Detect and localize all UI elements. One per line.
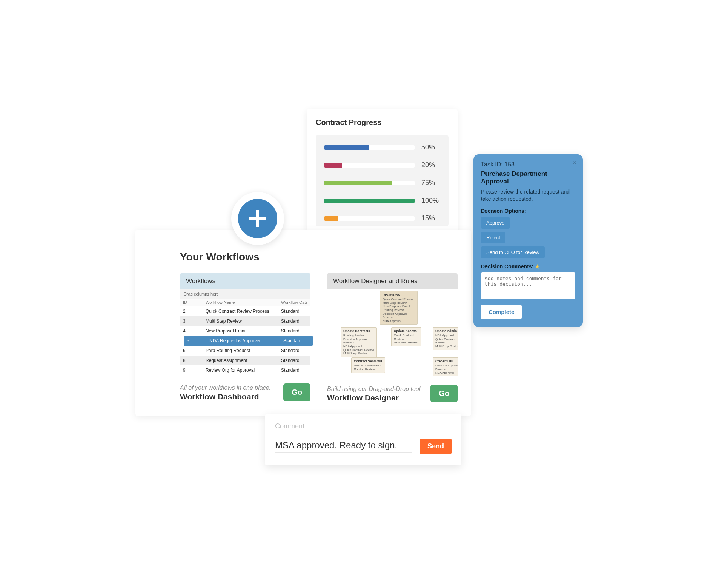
designer-node[interactable]: Credentials Decision Approval Process ND… bbox=[433, 357, 458, 376]
cell-cat: Standard bbox=[281, 358, 307, 363]
table-row[interactable]: 6 Para Routing Request Standard bbox=[180, 346, 310, 356]
complete-button[interactable]: Complete bbox=[481, 305, 522, 319]
close-icon[interactable]: ✕ bbox=[572, 160, 577, 166]
table-row[interactable]: 2 Quick Contract Review Process Standard bbox=[180, 306, 310, 316]
contract-progress-card: Contract Progress 50% 20% 75% 100% 15% bbox=[307, 109, 458, 233]
col-category[interactable]: Workflow Catego bbox=[281, 300, 307, 305]
text-cursor-icon bbox=[398, 441, 398, 451]
task-card: ✕ Task ID: 153 Purchase Department Appro… bbox=[473, 154, 583, 327]
cell-cat: Standard bbox=[281, 348, 307, 353]
table-row-selected[interactable]: 5 NDA Request is Approved Standard bbox=[184, 336, 313, 346]
col-name[interactable]: Workflow Name bbox=[206, 300, 281, 305]
progress-value-1: 50% bbox=[421, 143, 440, 151]
node-lines: Quick Contract Review Multi Step Review … bbox=[383, 297, 415, 323]
designer-node-decisions[interactable]: DECISIONS Quick Contract Review Multi St… bbox=[380, 291, 418, 325]
decision-comments-label: Decision Comments:★ bbox=[481, 263, 575, 269]
cell-id: 6 bbox=[183, 348, 206, 353]
progress-row: 20% bbox=[324, 161, 440, 169]
progress-row: 50% bbox=[324, 143, 440, 151]
progress-fill-2 bbox=[324, 163, 342, 168]
workflow-designer-panel: Workflow Designer and Rules DECISIONS Qu… bbox=[327, 273, 458, 402]
designer-node[interactable]: Update Access Quick Contract Review Mult… bbox=[391, 327, 421, 346]
progress-fill-1 bbox=[324, 145, 369, 150]
designer-node[interactable]: Update Admin NDA Approval Quick Contract… bbox=[433, 327, 458, 350]
dashboard-subtitle: All of your workflows in one place. bbox=[180, 385, 271, 391]
workflows-card: Your Workflows Workflows Drag columns he… bbox=[135, 230, 471, 416]
node-lines: Routing Review Decision Approval Process… bbox=[343, 334, 374, 356]
progress-row: 100% bbox=[324, 197, 440, 205]
node-lines: Quick Contract Review Multi Step Review bbox=[394, 334, 419, 345]
dashboard-title: Workflow Dashboard bbox=[180, 392, 271, 401]
table-row[interactable]: 4 New Proposal Email Standard bbox=[180, 326, 310, 336]
task-title: Purchase Department Approval bbox=[481, 170, 575, 185]
cell-id: 3 bbox=[183, 319, 206, 324]
progress-value-2: 20% bbox=[421, 161, 440, 169]
contract-progress-title: Contract Progress bbox=[316, 118, 449, 127]
cell-name: Review Org for Approval bbox=[206, 368, 281, 373]
designer-title: Workflow Designer bbox=[327, 393, 422, 402]
cell-id: 2 bbox=[183, 309, 206, 314]
progress-fill-3 bbox=[324, 181, 392, 185]
decision-options-label: Decision Options: bbox=[481, 208, 575, 214]
drag-columns-hint[interactable]: Drag columns here bbox=[180, 289, 310, 299]
cell-cat: Standard bbox=[281, 309, 307, 314]
table-header-row: ID Workflow Name Workflow Catego bbox=[180, 299, 310, 306]
cell-cat: Standard bbox=[281, 319, 307, 324]
cell-name: Para Routing Request bbox=[206, 348, 281, 353]
add-button[interactable] bbox=[231, 192, 284, 245]
decision-comments-text: Decision Comments: bbox=[481, 263, 533, 269]
comment-card: Comment: MSA approved. Ready to sign. Se… bbox=[265, 414, 461, 465]
send-cfo-button[interactable]: Send to CFO for Review bbox=[481, 246, 545, 258]
table-row[interactable]: 8 Request Assignment Standard bbox=[180, 356, 310, 365]
go-dashboard-button[interactable]: Go bbox=[283, 383, 310, 401]
cell-id: 5 bbox=[187, 338, 209, 343]
comment-label: Comment: bbox=[275, 422, 452, 430]
col-id[interactable]: ID bbox=[183, 300, 206, 305]
progress-row: 75% bbox=[324, 179, 440, 187]
table-row[interactable]: 9 Review Org for Approval Standard bbox=[180, 365, 310, 375]
cell-name: Quick Contract Review Process bbox=[206, 309, 281, 314]
progress-fill-5 bbox=[324, 216, 338, 221]
node-lines: NDA Approval Quick Contract Review Multi… bbox=[435, 334, 458, 348]
cell-cat: Standard bbox=[281, 368, 307, 373]
cell-id: 4 bbox=[183, 328, 206, 334]
progress-fill-4 bbox=[324, 199, 415, 203]
plus-icon bbox=[247, 208, 268, 229]
designer-node[interactable]: Update Contracts Routing Review Decision… bbox=[341, 327, 377, 357]
comment-input[interactable]: MSA approved. Ready to sign. bbox=[275, 440, 412, 453]
task-description: Please review the related request and ta… bbox=[481, 188, 575, 203]
cell-cat: Standard bbox=[281, 328, 307, 334]
designer-subtitle: Build using our Drag-and-Drop tool. bbox=[327, 386, 422, 393]
cell-name: NDA Request is Approved bbox=[209, 338, 283, 343]
designer-panel-title: Workflow Designer and Rules bbox=[327, 273, 458, 289]
cell-name: New Proposal Email bbox=[206, 328, 281, 334]
node-lines: New Proposal Email Routing Review bbox=[354, 364, 383, 371]
table-row[interactable]: 3 Multi Step Review Standard bbox=[180, 316, 310, 326]
progress-value-4: 100% bbox=[421, 197, 440, 205]
workflows-panel-title: Workflows bbox=[180, 273, 310, 289]
svg-rect-1 bbox=[249, 217, 266, 220]
go-designer-button[interactable]: Go bbox=[430, 385, 458, 402]
node-lines: Decision Approval Process NDA Approval bbox=[435, 364, 458, 375]
decision-comments-input[interactable] bbox=[481, 272, 575, 299]
cell-name: Request Assignment bbox=[206, 358, 281, 363]
reject-button[interactable]: Reject bbox=[481, 232, 505, 243]
task-id-label: Task ID: 153 bbox=[481, 161, 575, 168]
comment-text-value: MSA approved. Ready to sign. bbox=[275, 440, 397, 450]
required-star-icon: ★ bbox=[535, 263, 540, 269]
designer-node[interactable]: Contract Send Out New Proposal Email Rou… bbox=[351, 357, 385, 373]
cell-id: 8 bbox=[183, 358, 206, 363]
progress-row: 15% bbox=[324, 214, 440, 222]
progress-value-3: 75% bbox=[421, 179, 440, 187]
designer-canvas[interactable]: DECISIONS Quick Contract Review Multi St… bbox=[327, 289, 458, 376]
progress-value-5: 15% bbox=[421, 214, 440, 222]
cell-name: Multi Step Review bbox=[206, 319, 281, 324]
cell-id: 9 bbox=[183, 368, 206, 373]
cell-cat: Standard bbox=[283, 338, 310, 343]
send-button[interactable]: Send bbox=[420, 439, 452, 454]
approve-button[interactable]: Approve bbox=[481, 217, 510, 229]
workflows-heading: Your Workflows bbox=[180, 251, 458, 263]
workflow-dashboard-panel: Workflows Drag columns here ID Workflow … bbox=[180, 273, 310, 402]
progress-body: 50% 20% 75% 100% 15% bbox=[316, 135, 449, 226]
